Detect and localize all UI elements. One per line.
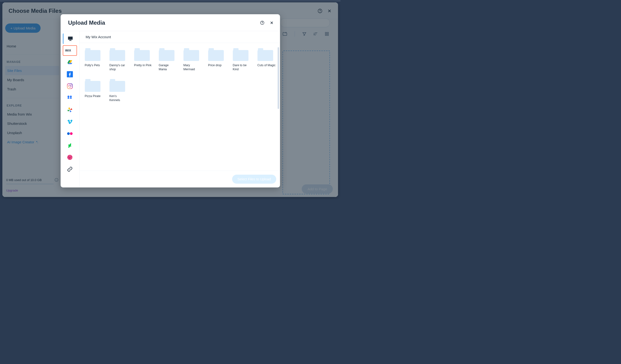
folder-icon — [257, 50, 273, 61]
svg-rect-14 — [67, 84, 73, 89]
source-deviantart[interactable] — [63, 140, 77, 151]
gdrive-icon — [67, 60, 73, 65]
folder-icon — [208, 50, 224, 61]
app-topbar — [0, 0, 340, 2]
folder-icon — [233, 50, 248, 61]
folder-icon — [85, 81, 100, 92]
folder-item[interactable]: Pretty in Pink — [134, 48, 151, 71]
dropbox-icon — [67, 95, 73, 101]
folder-icon — [110, 48, 115, 50]
scrollbar[interactable] — [277, 47, 279, 109]
deviantart-icon — [67, 142, 73, 149]
folders-grid: Polly's PetsDanny's car shopPretty in Pi… — [79, 43, 280, 171]
folder-icon — [110, 79, 115, 81]
computer-icon — [67, 35, 73, 42]
folder-item[interactable]: Mary Mermaid — [183, 48, 200, 71]
folder-label: Dare to be Kind — [233, 63, 251, 71]
folder-label: Mary Mermaid — [183, 63, 202, 71]
folder-label: Pizza Pirate — [85, 94, 103, 98]
source-vimeo[interactable] — [63, 117, 77, 127]
folder-label: Pretty in Pink — [134, 63, 153, 67]
instagram-icon — [67, 83, 73, 89]
inner-header-actions — [260, 21, 274, 25]
source-dribbble[interactable] — [63, 152, 77, 163]
folder-icon — [183, 50, 199, 61]
dribbble-icon — [67, 154, 73, 160]
folder-icon — [109, 50, 125, 61]
source-gdrive[interactable] — [63, 57, 77, 68]
upload-media-modal: Upload Media WiX My Wix Account Polly's … — [60, 14, 280, 188]
svg-point-8 — [262, 23, 262, 24]
folder-icon — [258, 48, 263, 50]
flickr-icon — [67, 132, 73, 135]
facebook-icon — [67, 71, 73, 77]
select-files-to-upload-button[interactable]: Select Files to Upload — [232, 175, 276, 184]
source-dropbox[interactable] — [63, 93, 77, 103]
folder-icon — [85, 79, 90, 81]
folder-item[interactable]: Polly's Pets — [85, 48, 101, 71]
source-gphotos[interactable] — [63, 105, 77, 115]
inner-footer: Select Files to Upload — [79, 171, 280, 188]
folder-item[interactable]: Garage Mania — [159, 48, 175, 71]
svg-point-17 — [67, 132, 70, 135]
close-icon[interactable] — [269, 21, 274, 25]
source-wix[interactable]: WiX — [63, 45, 77, 56]
svg-point-16 — [71, 85, 72, 85]
vimeo-icon — [67, 119, 73, 124]
folder-icon — [135, 48, 140, 50]
folder-item[interactable]: Ken's Kennels — [109, 79, 126, 102]
source-instagram[interactable] — [63, 81, 77, 91]
svg-rect-11 — [69, 41, 72, 41]
help-icon[interactable] — [260, 21, 264, 25]
source-sidebar: WiX — [60, 31, 79, 188]
breadcrumb[interactable]: My Wix Account — [79, 31, 280, 43]
inner-modal-title: Upload Media — [68, 19, 105, 26]
folder-item[interactable]: Pizza Pirate — [85, 79, 101, 102]
folder-icon — [85, 48, 90, 50]
gphotos-icon — [67, 107, 73, 113]
svg-text:WiX: WiX — [65, 49, 71, 52]
folder-label: Polly's Pets — [85, 63, 103, 67]
folder-label: Ken's Kennels — [109, 94, 128, 102]
folder-icon — [208, 48, 214, 50]
folder-label: Danny's car shop — [109, 63, 128, 71]
folder-label: Price drop — [208, 63, 226, 67]
source-facebook[interactable] — [63, 69, 77, 80]
svg-point-18 — [70, 132, 73, 135]
folder-icon — [159, 48, 164, 50]
choose-media-modal: Choose Media Files + Upload Media Home M… — [2, 2, 338, 197]
folder-label: Garage Mania — [159, 63, 177, 71]
folder-item[interactable]: Cuts of Magic — [257, 48, 274, 71]
folder-icon — [233, 48, 238, 50]
url-icon — [67, 166, 73, 172]
source-computer[interactable] — [63, 34, 77, 44]
folder-icon — [134, 50, 150, 61]
folder-label: Cuts of Magic — [257, 63, 276, 67]
source-flickr[interactable] — [63, 128, 77, 139]
svg-point-15 — [69, 85, 71, 87]
wix-icon: WiX — [65, 48, 75, 53]
folder-item[interactable]: Price drop — [208, 48, 225, 71]
source-url[interactable] — [63, 164, 77, 174]
folder-icon — [85, 50, 100, 61]
folder-item[interactable]: Dare to be Kind — [233, 48, 249, 71]
folder-icon — [159, 50, 174, 61]
svg-rect-9 — [68, 36, 73, 40]
folder-icon — [109, 81, 125, 92]
folder-icon — [184, 48, 189, 50]
svg-rect-10 — [69, 40, 71, 40]
inner-header: Upload Media — [60, 14, 280, 31]
folder-item[interactable]: Danny's car shop — [109, 48, 126, 71]
